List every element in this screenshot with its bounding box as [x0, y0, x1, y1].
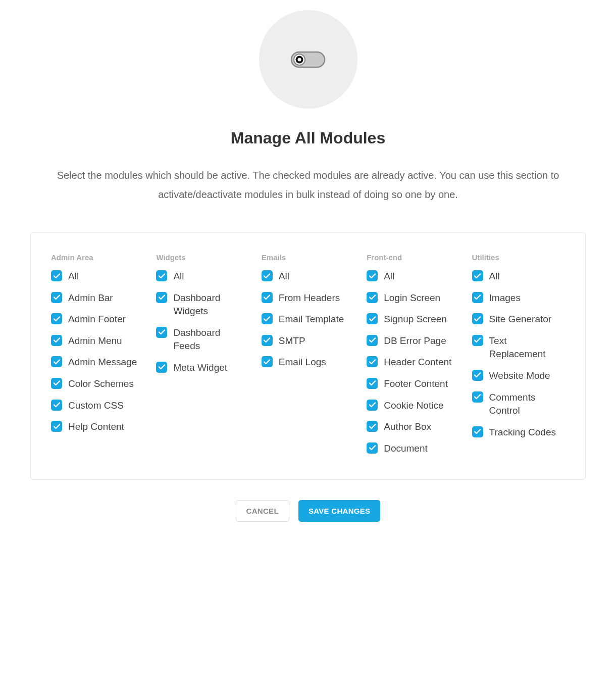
module-label: Color Schemes — [68, 377, 134, 391]
checkbox[interactable] — [51, 292, 62, 303]
check-icon — [159, 364, 165, 370]
module-entry-widgets-meta-widget[interactable]: Meta Widget — [156, 361, 249, 375]
module-label: All — [384, 270, 394, 283]
cancel-button[interactable]: CANCEL — [236, 500, 289, 522]
module-entry-admin-area-admin-bar[interactable]: Admin Bar — [51, 291, 144, 305]
checkbox[interactable] — [51, 421, 62, 432]
module-label: Meta Widget — [173, 361, 227, 375]
module-entry-utilities-site-generator[interactable]: Site Generator — [472, 313, 565, 326]
module-column-admin-area: Admin AreaAllAdmin BarAdmin FooterAdmin … — [51, 253, 144, 463]
checkbox[interactable] — [156, 362, 167, 373]
checkbox[interactable] — [51, 270, 62, 281]
checkbox[interactable] — [51, 313, 62, 324]
module-entry-front-end-login-screen[interactable]: Login Screen — [367, 291, 459, 305]
checkbox[interactable] — [472, 426, 483, 437]
checkbox[interactable] — [367, 292, 378, 303]
module-entry-admin-area-admin-footer[interactable]: Admin Footer — [51, 313, 144, 326]
module-entry-widgets-dashboard-widgets[interactable]: Dashboard Widgets — [156, 291, 249, 318]
checkbox[interactable] — [51, 356, 62, 367]
checkbox[interactable] — [367, 335, 378, 346]
module-entry-utilities-tracking-codes[interactable]: Tracking Codes — [472, 426, 565, 439]
module-label: Dashboard Feeds — [173, 326, 249, 353]
check-icon — [159, 329, 165, 335]
checkbox[interactable] — [156, 292, 167, 303]
checkbox[interactable] — [472, 313, 483, 324]
module-label: Tracking Codes — [489, 426, 556, 439]
checkbox[interactable] — [156, 327, 167, 338]
check-icon — [474, 316, 481, 322]
module-column-front-end: Front-endAllLogin ScreenSignup ScreenDB … — [367, 253, 459, 463]
module-entry-widgets-all[interactable]: All — [156, 270, 249, 283]
module-entry-front-end-cookie-notice[interactable]: Cookie Notice — [367, 399, 459, 413]
checkbox[interactable] — [262, 292, 273, 303]
module-entry-emails-all[interactable]: All — [262, 270, 354, 283]
checkbox[interactable] — [367, 421, 378, 432]
module-entry-front-end-author-box[interactable]: Author Box — [367, 420, 459, 434]
column-header: Widgets — [156, 253, 249, 262]
toggle-icon — [290, 51, 326, 68]
check-icon — [54, 316, 60, 322]
module-entry-utilities-all[interactable]: All — [472, 270, 565, 283]
checkbox[interactable] — [367, 356, 378, 367]
module-label: Cookie Notice — [384, 399, 443, 413]
checkbox[interactable] — [472, 270, 483, 281]
module-entry-admin-area-help-content[interactable]: Help Content — [51, 420, 144, 434]
module-entry-emails-email-logs[interactable]: Email Logs — [262, 356, 354, 369]
save-button[interactable]: SAVE CHANGES — [298, 500, 381, 522]
module-entry-admin-area-admin-menu[interactable]: Admin Menu — [51, 334, 144, 348]
module-entry-emails-email-template[interactable]: Email Template — [262, 313, 354, 326]
module-entry-emails-from-headers[interactable]: From Headers — [262, 291, 354, 305]
checkbox[interactable] — [367, 378, 378, 389]
module-entry-front-end-document[interactable]: Document — [367, 442, 459, 456]
checkbox[interactable] — [367, 400, 378, 411]
module-entry-emails-smtp[interactable]: SMTP — [262, 334, 354, 348]
check-icon — [264, 316, 270, 322]
check-icon — [474, 273, 481, 279]
module-entry-front-end-all[interactable]: All — [367, 270, 459, 283]
checkbox[interactable] — [472, 370, 483, 381]
module-entry-utilities-website-mode[interactable]: Website Mode — [472, 369, 565, 383]
module-entry-front-end-signup-screen[interactable]: Signup Screen — [367, 313, 459, 326]
checkbox[interactable] — [262, 270, 273, 281]
module-label: Comments Control — [489, 391, 565, 418]
module-entry-utilities-comments-control[interactable]: Comments Control — [472, 391, 565, 418]
checkbox[interactable] — [51, 335, 62, 346]
checkbox[interactable] — [367, 270, 378, 281]
checkbox[interactable] — [262, 356, 273, 367]
checkbox[interactable] — [262, 313, 273, 324]
checkbox[interactable] — [51, 400, 62, 411]
module-entry-admin-area-custom-css[interactable]: Custom CSS — [51, 399, 144, 413]
checkbox[interactable] — [262, 335, 273, 346]
check-icon — [474, 294, 481, 300]
module-entry-front-end-db-error-page[interactable]: DB Error Page — [367, 334, 459, 348]
module-entry-widgets-dashboard-feeds[interactable]: Dashboard Feeds — [156, 326, 249, 353]
module-entry-admin-area-all[interactable]: All — [51, 270, 144, 283]
module-label: All — [489, 270, 500, 283]
module-entry-front-end-footer-content[interactable]: Footer Content — [367, 377, 459, 391]
check-icon — [264, 359, 270, 365]
checkbox[interactable] — [367, 313, 378, 324]
module-label: From Headers — [279, 291, 340, 305]
checkbox[interactable] — [472, 391, 483, 403]
module-entry-utilities-text-replacement[interactable]: Text Replacement — [472, 334, 565, 361]
module-label: Footer Content — [384, 377, 448, 391]
module-label: Admin Footer — [68, 313, 126, 326]
checkbox[interactable] — [367, 442, 378, 454]
column-header: Utilities — [472, 253, 565, 262]
module-entry-admin-area-admin-message[interactable]: Admin Message — [51, 356, 144, 369]
module-label: DB Error Page — [384, 334, 446, 348]
module-entry-admin-area-color-schemes[interactable]: Color Schemes — [51, 377, 144, 391]
module-label: Text Replacement — [489, 334, 565, 361]
checkbox[interactable] — [472, 335, 483, 346]
check-icon — [369, 402, 376, 408]
checkbox[interactable] — [472, 292, 483, 303]
hero-icon-wrapper — [30, 10, 586, 109]
check-icon — [159, 294, 165, 300]
checkbox[interactable] — [156, 270, 167, 281]
module-label: Author Box — [384, 420, 431, 434]
checkbox[interactable] — [51, 378, 62, 389]
module-column-utilities: UtilitiesAllImagesSite GeneratorText Rep… — [472, 253, 565, 463]
module-entry-utilities-images[interactable]: Images — [472, 291, 565, 305]
module-entry-front-end-header-content[interactable]: Header Content — [367, 356, 459, 369]
module-label: Images — [489, 291, 521, 305]
